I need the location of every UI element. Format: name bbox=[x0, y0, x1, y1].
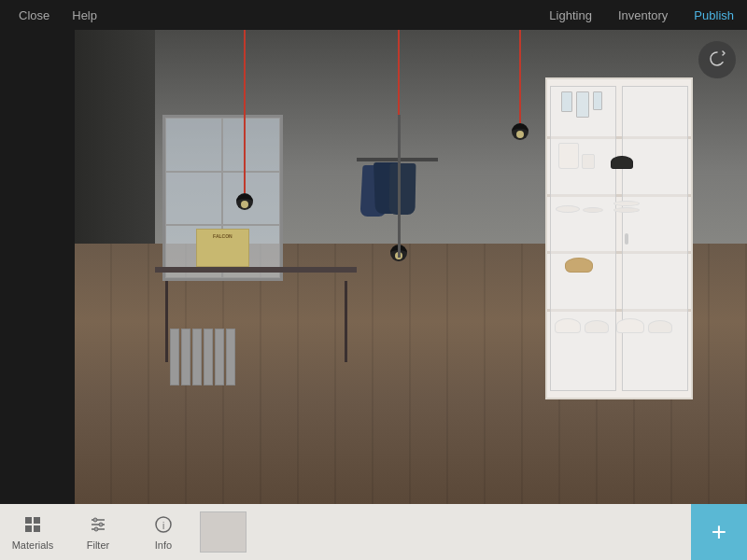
svg-rect-1 bbox=[34, 517, 40, 524]
svg-point-9 bbox=[94, 527, 98, 531]
filter-tool[interactable]: Filter bbox=[65, 504, 131, 560]
svg-rect-3 bbox=[34, 525, 40, 532]
help-button[interactable]: Help bbox=[61, 0, 108, 30]
cabinet-door-left[interactable] bbox=[550, 86, 616, 392]
table-top bbox=[155, 267, 357, 273]
lamp-3 bbox=[512, 30, 529, 140]
lamp-bulb bbox=[512, 123, 529, 140]
door-handle bbox=[625, 233, 628, 245]
cabinet-item-white-bowl bbox=[555, 318, 581, 333]
cabinet-item-glass bbox=[593, 91, 602, 110]
materials-label: Materials bbox=[12, 539, 54, 551]
svg-rect-2 bbox=[25, 525, 32, 532]
jacket-3 bbox=[388, 163, 416, 215]
info-label: Info bbox=[155, 539, 172, 551]
box-label: FALCON bbox=[197, 230, 249, 239]
cabinet-item-bowl bbox=[648, 320, 672, 333]
cabinet-item-plate bbox=[613, 207, 640, 213]
cabinet-item-glass bbox=[561, 91, 572, 112]
cabinet-item-plate bbox=[583, 207, 603, 213]
table bbox=[155, 267, 357, 362]
cabinet-item-pitcher bbox=[558, 143, 579, 169]
materials-icon bbox=[21, 513, 44, 536]
box-on-table: FALCON bbox=[196, 229, 250, 267]
main-canvas: FALCON bbox=[75, 30, 747, 504]
cabinet-item-cup bbox=[582, 154, 595, 169]
add-icon: + bbox=[712, 517, 726, 547]
lamp-cord bbox=[519, 30, 521, 123]
cabinet[interactable] bbox=[545, 77, 693, 399]
cabinet-bottom-items bbox=[555, 318, 672, 333]
top-bar-right: Lighting Inventory Publish bbox=[536, 0, 747, 30]
cabinet-item-wooden-bowl bbox=[565, 258, 593, 273]
bottom-bar: Materials Filter i Info + bbox=[0, 504, 747, 560]
top-bar-left: Close Help bbox=[0, 0, 108, 30]
rotate-button[interactable] bbox=[698, 41, 736, 78]
window-pane bbox=[165, 172, 223, 225]
cabinet-item-plate bbox=[613, 201, 640, 206]
window-pane bbox=[165, 118, 223, 171]
cabinet-third-items bbox=[556, 201, 640, 213]
publish-nav[interactable]: Publish bbox=[681, 0, 747, 30]
inventory-nav[interactable]: Inventory bbox=[605, 0, 681, 30]
table-leg-right bbox=[345, 281, 347, 361]
cabinet-item-white-bowl bbox=[585, 320, 609, 333]
lighting-nav[interactable]: Lighting bbox=[536, 0, 605, 30]
lamp-cord bbox=[244, 30, 246, 193]
lamp-bulb bbox=[236, 193, 253, 210]
close-button[interactable]: Close bbox=[7, 0, 61, 30]
cabinet-item-bowl-dark bbox=[611, 156, 633, 169]
materials-tool[interactable]: Materials bbox=[0, 504, 65, 560]
cabinet-item-bowl bbox=[616, 318, 644, 333]
scene-thumbnail[interactable] bbox=[200, 511, 247, 553]
info-icon: i bbox=[152, 513, 175, 536]
svg-point-7 bbox=[93, 518, 97, 522]
table-leg-left bbox=[165, 281, 168, 361]
info-tool[interactable]: i Info bbox=[131, 504, 196, 560]
svg-text:i: i bbox=[162, 521, 164, 531]
left-sidebar bbox=[0, 30, 75, 504]
cabinet-top-items bbox=[561, 91, 602, 118]
cabinet-item-vase bbox=[576, 91, 589, 118]
filter-icon bbox=[87, 513, 109, 536]
cabinet-second-items bbox=[558, 143, 633, 169]
scene[interactable]: FALCON bbox=[75, 30, 747, 504]
coat-rack-pole bbox=[398, 115, 401, 257]
svg-point-8 bbox=[99, 523, 103, 526]
filter-label: Filter bbox=[87, 539, 109, 551]
add-button[interactable]: + bbox=[691, 504, 747, 560]
lamp-1 bbox=[236, 30, 253, 210]
cabinet-door-right[interactable] bbox=[622, 86, 688, 392]
top-bar: Close Help Lighting Inventory Publish bbox=[0, 0, 747, 30]
cabinet-item-plate bbox=[556, 205, 580, 213]
cabinet-fourth-items bbox=[565, 258, 593, 273]
coat-rack bbox=[357, 115, 437, 257]
svg-rect-0 bbox=[25, 517, 32, 524]
